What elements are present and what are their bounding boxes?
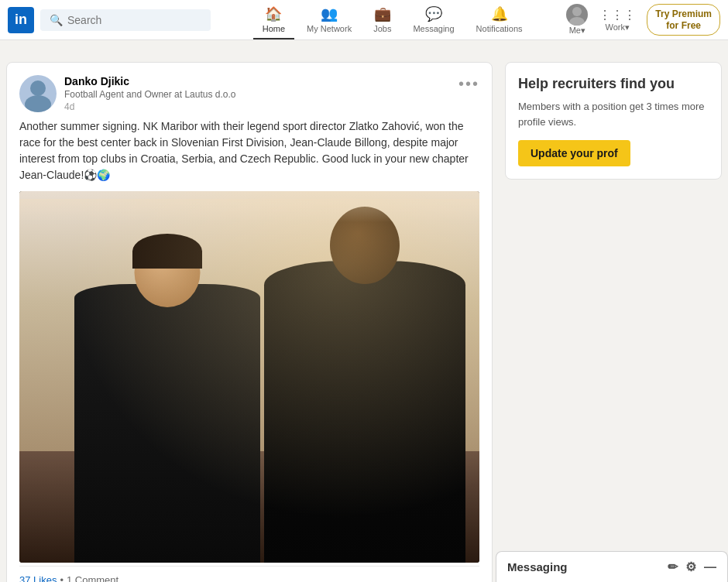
nav-item-notifications[interactable]: 🔔 Notifications — [467, 1, 532, 39]
sidebar-card: Help recruiters find you Members with a … — [505, 62, 722, 180]
post-likes-count[interactable]: 37 Likes — [19, 574, 57, 582]
post-author-title: Football Agent and Owner at Lautus d.o.o — [64, 89, 235, 100]
sidebar-title: Help recruiters find you — [518, 75, 709, 93]
main-feed: Danko Djikic Football Agent and Owner at… — [6, 62, 493, 582]
nav-item-notifications-label: Notifications — [476, 24, 523, 33]
nav-item-network-label: My Network — [307, 24, 352, 33]
post-text: Another summer signing. NK Maribor with … — [19, 118, 479, 183]
minimize-icon[interactable]: — — [704, 560, 716, 574]
page-layout: Danko Djikic Football Agent and Owner at… — [0, 50, 728, 582]
nav-item-jobs-label: Jobs — [373, 24, 391, 33]
linkedin-logo[interactable]: in — [8, 7, 34, 33]
messaging-label[interactable]: Messaging — [507, 560, 568, 573]
search-input[interactable] — [67, 14, 201, 26]
navbar: in 🔍 🏠 Home 👥 My Network 💼 Jobs 💬 Messag… — [0, 0, 728, 40]
avatar[interactable] — [19, 75, 57, 112]
home-icon: 🏠 — [265, 5, 282, 22]
notifications-icon: 🔔 — [491, 5, 508, 22]
compose-icon[interactable]: ✏ — [668, 560, 678, 574]
network-icon: 👥 — [321, 5, 338, 22]
settings-icon[interactable]: ⚙ — [685, 560, 696, 574]
nav-me-button[interactable]: Me▾ — [566, 4, 588, 36]
post-image — [19, 191, 479, 563]
avatar — [566, 4, 588, 26]
post-comments-count[interactable]: 1 Comment — [67, 574, 118, 582]
post-footer: 37 Likes • 1 Comment — [19, 566, 479, 582]
search-bar[interactable]: 🔍 — [40, 9, 211, 31]
post-author-name[interactable]: Danko Djikic — [64, 75, 235, 87]
nav-items: 🏠 Home 👥 My Network 💼 Jobs 💬 Messaging 🔔… — [218, 1, 566, 39]
work-grid-icon: ⋮⋮⋮ — [599, 8, 636, 22]
post-card: Danko Djikic Football Agent and Owner at… — [6, 62, 493, 582]
svg-point-0 — [572, 7, 582, 16]
premium-label: Try Premium for Free — [655, 9, 712, 30]
premium-button[interactable]: Try Premium for Free — [647, 4, 720, 36]
nav-item-messaging[interactable]: 💬 Messaging — [403, 1, 463, 39]
jobs-icon: 💼 — [374, 5, 391, 22]
nav-work-button[interactable]: ⋮⋮⋮ Work▾ — [592, 3, 642, 37]
update-profile-button[interactable]: Update your prof — [518, 140, 630, 166]
messaging-icons: ✏ ⚙ — — [668, 560, 716, 574]
nav-right: Me▾ ⋮⋮⋮ Work▾ Try Premium for Free — [566, 3, 720, 37]
nav-item-home-label: Home — [263, 24, 285, 33]
me-label: Me▾ — [569, 26, 585, 36]
post-author-info: Danko Djikic Football Agent and Owner at… — [64, 75, 235, 112]
nav-item-messaging-label: Messaging — [413, 24, 454, 33]
separator: • — [60, 574, 64, 582]
sidebar-description: Members with a position get 3 times more… — [518, 99, 709, 129]
post-more-button[interactable]: ••• — [458, 75, 479, 93]
svg-point-1 — [569, 17, 585, 26]
search-icon: 🔍 — [50, 14, 63, 26]
work-label: Work▾ — [606, 22, 630, 33]
svg-point-2 — [30, 80, 46, 96]
post-time: 4d — [64, 101, 235, 112]
messaging-bar: Messaging ✏ ⚙ — — [496, 551, 728, 582]
post-header: Danko Djikic Football Agent and Owner at… — [19, 75, 479, 112]
nav-item-jobs[interactable]: 💼 Jobs — [364, 1, 400, 39]
messaging-icon: 💬 — [425, 5, 442, 22]
post-author-row: Danko Djikic Football Agent and Owner at… — [19, 75, 235, 112]
post-stats: 37 Likes • 1 Comment — [19, 574, 118, 582]
nav-item-home[interactable]: 🏠 Home — [253, 1, 294, 39]
nav-item-network[interactable]: 👥 My Network — [297, 1, 361, 39]
svg-point-3 — [25, 95, 51, 112]
right-sidebar: Help recruiters find you Members with a … — [505, 62, 722, 582]
